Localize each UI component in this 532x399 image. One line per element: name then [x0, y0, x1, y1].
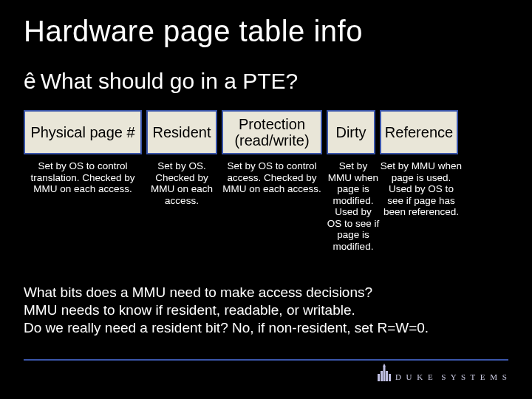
subtitle-text: What should go in a PTE? [41, 69, 299, 93]
header-dirty: Dirty [327, 110, 375, 154]
svg-rect-2 [383, 366, 385, 381]
svg-rect-1 [381, 371, 383, 381]
chapel-icon [378, 364, 391, 381]
footer: D U K E S Y S T E M S [24, 359, 508, 381]
svg-rect-4 [389, 374, 391, 381]
desc-protection: Set by OS to control access. Checked by … [222, 160, 322, 252]
bullet-char: ê [24, 69, 36, 93]
pte-header-row: Physical page # Resident Protection (rea… [24, 110, 508, 154]
qa-block: What bits does a MMU need to make access… [24, 284, 497, 336]
desc-reference: Set by MMU when page is used. Used by OS… [380, 160, 463, 252]
svg-rect-3 [386, 371, 388, 381]
slide-subtitle: êWhat should go in a PTE? [24, 69, 508, 94]
svg-rect-0 [378, 374, 380, 381]
brand-word-1: D U K E [395, 372, 434, 381]
brand-text: D U K E S Y S T E M S [395, 372, 508, 381]
pte-description-row: Set by OS to control translation. Checke… [24, 160, 508, 252]
header-resident: Resident [146, 110, 217, 154]
header-physical-page: Physical page # [24, 110, 142, 154]
slide-title: Hardware page table info [24, 15, 508, 48]
desc-resident: Set by OS. Checked by MMU on each access… [146, 160, 217, 252]
qa-line-2: MMU needs to know if resident, readable,… [24, 301, 497, 319]
qa-line-3: Do we really need a resident bit? No, if… [24, 319, 497, 337]
qa-line-1: What bits does a MMU need to make access… [24, 284, 497, 301]
desc-physical-page: Set by OS to control translation. Checke… [24, 160, 142, 252]
desc-dirty: Set by MMU when page is modified. Used b… [327, 160, 380, 252]
header-protection: Protection (read/write) [222, 110, 322, 154]
header-reference: Reference [380, 110, 458, 154]
brand-word-2: S Y S T E M S [441, 372, 508, 381]
brand-logo: D U K E S Y S T E M S [378, 364, 508, 381]
svg-marker-5 [383, 364, 386, 366]
